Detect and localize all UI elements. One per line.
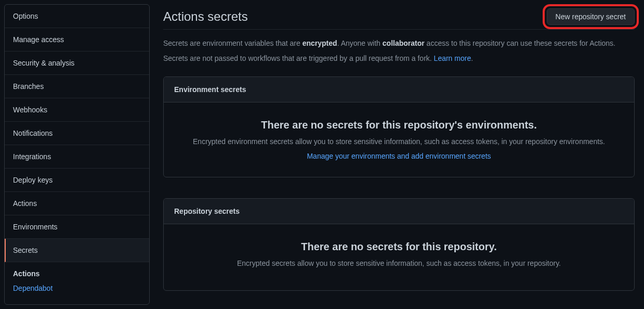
new-repository-secret-button[interactable]: New repository secret <box>547 8 635 25</box>
intro-text: . <box>471 54 473 62</box>
repository-secrets-panel: Repository secrets There are no secrets … <box>163 198 635 291</box>
panel-heading: There are no secrets for this repository… <box>174 119 624 131</box>
main-content: Actions secrets New repository secret Se… <box>154 0 644 309</box>
sidebar-item-manage-access[interactable]: Manage access <box>5 28 149 52</box>
sidebar-section-actions: Actions Dependabot <box>5 262 149 297</box>
intro-text: Secrets are not passed to workflows that… <box>163 54 434 62</box>
intro-text: . Anyone with <box>337 39 383 47</box>
sidebar-item-secrets[interactable]: Secrets <box>5 239 149 262</box>
settings-sidebar: Options Manage access Security & analysi… <box>4 4 150 305</box>
intro-text: Secrets are environment variables that a… <box>163 39 303 47</box>
learn-more-link[interactable]: Learn more <box>434 54 471 62</box>
panel-description: Encrypted environment secrets allow you … <box>174 137 624 146</box>
panel-heading: There are no secrets for this repository… <box>174 241 624 253</box>
sidebar-section-title: Actions <box>13 269 141 278</box>
environment-secrets-panel: Environment secrets There are no secrets… <box>163 76 635 177</box>
sidebar-item-notifications[interactable]: Notifications <box>5 122 149 145</box>
sidebar-item-security-analysis[interactable]: Security & analysis <box>5 52 149 75</box>
intro-line-2: Secrets are not passed to workflows that… <box>163 53 635 64</box>
intro-line-1: Secrets are environment variables that a… <box>163 38 635 49</box>
panel-body-environment: There are no secrets for this repository… <box>164 102 634 177</box>
intro-text: access to this repository can use these … <box>425 39 615 47</box>
sidebar-item-options[interactable]: Options <box>5 5 149 28</box>
page-header: Actions secrets New repository secret <box>163 8 635 30</box>
panel-body-repository: There are no secrets for this repository… <box>164 224 634 290</box>
sidebar-sublink-dependabot[interactable]: Dependabot <box>13 282 141 294</box>
sidebar-item-webhooks[interactable]: Webhooks <box>5 98 149 122</box>
panel-description: Encrypted secrets allow you to store sen… <box>174 259 624 267</box>
sidebar-item-deploy-keys[interactable]: Deploy keys <box>5 169 149 192</box>
manage-environments-link[interactable]: Manage your environments and add environ… <box>307 152 491 160</box>
sidebar-item-integrations[interactable]: Integrations <box>5 145 149 169</box>
sidebar-item-actions[interactable]: Actions <box>5 192 149 215</box>
panel-header-environment: Environment secrets <box>164 77 634 102</box>
sidebar-item-environments[interactable]: Environments <box>5 215 149 239</box>
page-title: Actions secrets <box>163 9 248 24</box>
panel-header-repository: Repository secrets <box>164 199 634 224</box>
intro-bold-collaborator: collaborator <box>383 39 425 47</box>
intro-bold-encrypted: encrypted <box>303 39 337 47</box>
sidebar-item-branches[interactable]: Branches <box>5 75 149 98</box>
